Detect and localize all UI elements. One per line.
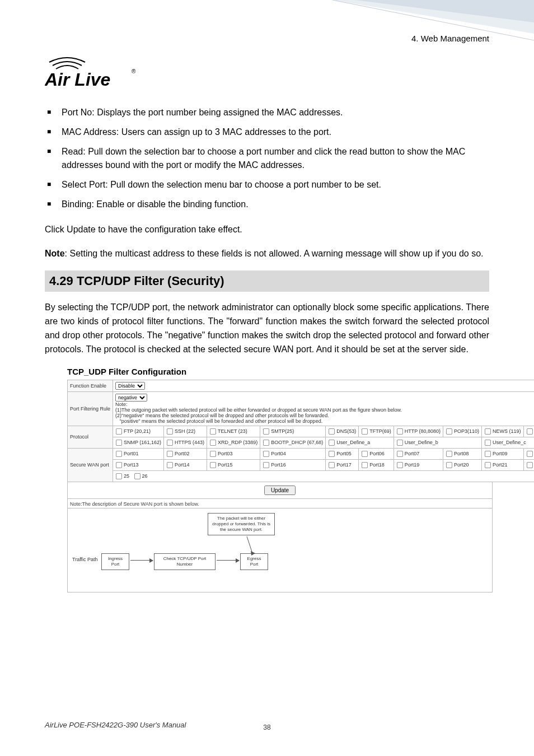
svg-marker-6 [251, 551, 255, 556]
port-label: 25 [124, 473, 129, 478]
config-table: Function Enable Disable Port Filtering R… [67, 380, 493, 592]
port-label: Port15 [218, 461, 233, 467]
protocol-label: POP3(110) [454, 428, 479, 433]
filter-rule-select[interactable]: negative [115, 394, 147, 402]
note-text: : Setting the multicast address to these… [65, 249, 484, 258]
port-checkbox[interactable] [527, 462, 533, 468]
port-checkbox[interactable] [362, 462, 368, 468]
port-checkbox[interactable] [116, 462, 122, 468]
row-label: Port Filtering Rule [68, 391, 113, 426]
protocol-checkbox[interactable] [116, 440, 122, 446]
note-line: (2)"negative" means the selected protoco… [115, 413, 329, 418]
protocol-checkbox[interactable] [397, 428, 403, 435]
port-checkbox[interactable] [397, 462, 403, 468]
port-checkbox[interactable] [263, 451, 269, 457]
port-checkbox[interactable] [134, 473, 140, 479]
svg-text:®: ® [132, 68, 136, 74]
paragraph: Click Update to have the configuration t… [45, 223, 489, 237]
protocol-checkbox[interactable] [210, 440, 216, 446]
port-checkbox[interactable] [210, 451, 216, 457]
port-checkbox[interactable] [329, 462, 335, 468]
protocol-label: XRD_RDP (3389) [218, 439, 257, 445]
protocol-checkbox[interactable] [329, 440, 335, 446]
port-label: 26 [142, 473, 148, 478]
function-enable-select[interactable]: Disable [115, 382, 145, 390]
svg-line-5 [247, 536, 252, 553]
note-line: (1)The outgoing packet with selected pro… [115, 407, 402, 413]
port-checkbox[interactable] [446, 451, 452, 457]
protocol-checkbox[interactable] [116, 428, 122, 435]
port-label: Port14 [175, 461, 190, 467]
port-checkbox[interactable] [485, 451, 491, 457]
port-checkbox[interactable] [527, 451, 533, 457]
port-label: Port20 [454, 461, 469, 467]
update-button[interactable]: Update [264, 486, 296, 495]
port-label: Port17 [336, 461, 352, 467]
port-label: Port03 [218, 450, 233, 456]
page-number: 38 [263, 724, 270, 731]
port-label: Port19 [405, 461, 420, 467]
protocol-checkbox[interactable] [446, 428, 452, 435]
svg-text:Air Live: Air Live [45, 69, 110, 90]
description-note: Note:The description of Secure WAN port … [67, 499, 493, 508]
protocol-label: HTTPS (443) [175, 439, 204, 445]
protocol-checkbox[interactable] [263, 428, 269, 435]
port-checkbox[interactable] [485, 462, 491, 468]
protocol-checkbox[interactable] [397, 440, 403, 446]
paragraph: By selecting the TCP/UDP port, the netwo… [45, 301, 489, 356]
port-checkbox[interactable] [167, 462, 173, 468]
section-heading: 4.29 TCP/UDP Filter (Security) [45, 270, 489, 292]
paragraph: Note: Setting the multicast address to t… [45, 247, 489, 261]
port-label: Port21 [493, 461, 508, 467]
port-checkbox[interactable] [329, 451, 335, 457]
top-box: The packet will be either dropped or for… [208, 513, 275, 535]
port-checkbox[interactable] [116, 473, 122, 479]
list-item: Read: Pull down the selection bar to cho… [62, 145, 489, 173]
svg-marker-0 [332, 0, 534, 34]
port-checkbox[interactable] [362, 451, 368, 457]
port-checkbox[interactable] [446, 462, 452, 468]
row-label: Secure WAN port [68, 448, 113, 482]
protocol-checkbox[interactable] [167, 440, 173, 446]
protocol-label: TELNET (23) [218, 428, 247, 433]
protocol-checkbox[interactable] [485, 428, 491, 435]
brand-logo: Air Live ® [45, 54, 489, 90]
protocol-checkbox[interactable] [527, 428, 533, 435]
list-item: Port No: Displays the port number being … [62, 106, 489, 120]
note-line: "positive" means the selected protocol w… [120, 418, 323, 424]
port-checkbox[interactable] [116, 451, 122, 457]
list-item: MAC Address: Users can assign up to 3 MA… [62, 125, 489, 139]
protocol-label: SMTP(25) [271, 428, 294, 433]
protocol-label: DNS(53) [336, 428, 356, 433]
traffic-path-label: Traffic Path [72, 557, 98, 562]
port-checkbox[interactable] [263, 462, 269, 468]
ingress-box: Ingress Port [101, 553, 129, 570]
protocol-checkbox[interactable] [263, 440, 269, 446]
protocol-checkbox[interactable] [362, 428, 368, 435]
egress-box: Egress Port [240, 553, 268, 570]
note-title: Note: [115, 402, 128, 407]
port-label: Port16 [271, 461, 286, 467]
protocol-label: SNMP (161,162) [124, 439, 161, 445]
protocol-label: HTTP (80,8080) [405, 428, 441, 433]
protocol-label: User_Define_a [336, 439, 370, 445]
protocol-checkbox[interactable] [329, 428, 335, 435]
port-checkbox[interactable] [210, 462, 216, 468]
protocol-label: User_Define_b [405, 439, 438, 445]
port-label: Port01 [124, 450, 139, 456]
port-checkbox[interactable] [397, 451, 403, 457]
protocol-label: BOOTP_DHCP (67,68) [271, 439, 323, 445]
protocol-checkbox[interactable] [485, 440, 491, 446]
port-checkbox[interactable] [167, 451, 173, 457]
port-label: Port08 [454, 450, 469, 456]
traffic-flow-diagram: Traffic Path Ingress Port Check TCP/UDP … [67, 508, 493, 592]
port-label: Port18 [369, 461, 385, 467]
protocol-label: User_Define_c [493, 439, 526, 445]
protocol-checkbox[interactable] [210, 428, 216, 435]
protocol-checkbox[interactable] [167, 428, 173, 435]
config-title: TCP_UDP Filter Configuration [67, 367, 489, 376]
footer-manual: AirLive POE-FSH2422G-390 User's Manual [45, 721, 186, 729]
port-label: Port05 [336, 450, 352, 456]
note-label: Note [45, 249, 65, 258]
arrow-icon [217, 560, 239, 561]
